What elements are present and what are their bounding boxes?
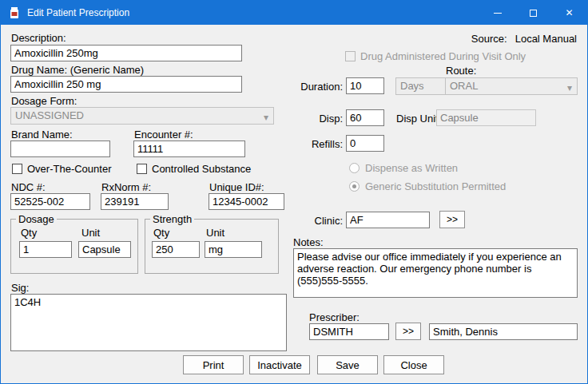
source-value: Local Manual [515, 33, 577, 45]
controlled-substance-checkbox[interactable]: Controlled Substance [137, 163, 251, 175]
brand-name-label: Brand Name: [11, 129, 73, 141]
prescriber-input[interactable] [309, 323, 389, 340]
controlled-substance-label: Controlled Substance [152, 163, 251, 175]
unique-id-input[interactable] [209, 193, 284, 210]
inactivate-button[interactable]: Inactivate [249, 355, 310, 374]
duration-label: Duration: [293, 81, 343, 93]
checkbox-icon [345, 51, 356, 61]
otc-checkbox[interactable]: Over-The-Counter [12, 163, 111, 175]
route-value: ORAL [450, 80, 478, 92]
rxnorm-input[interactable] [101, 193, 169, 210]
checkbox-icon [12, 164, 22, 174]
refills-input[interactable] [346, 135, 384, 152]
prescriber-label: Prescriber: [309, 311, 360, 323]
disp-input[interactable] [346, 109, 384, 126]
minimize-button[interactable] [479, 1, 515, 25]
radio-icon [349, 163, 360, 173]
dosage-form-label: Dosage Form: [11, 95, 77, 107]
unique-id-label: Unique ID#: [209, 181, 264, 193]
dosage-groupbox: Dosage Qty Unit [10, 213, 138, 274]
chevron-down-icon: ▾ [567, 80, 572, 96]
checkbox-icon [137, 164, 147, 174]
titlebar[interactable]: Edit Patient Prescription ✕ [1, 1, 587, 25]
maximize-icon [530, 10, 537, 17]
dosage-form-select: UNASSIGNED ▾ [10, 107, 274, 125]
save-button[interactable]: Save [317, 355, 378, 374]
dispense-as-written-radio: Dispense as Written [349, 162, 458, 174]
disp-label: Disp: [293, 113, 343, 125]
clinic-input[interactable] [346, 212, 430, 228]
dosage-qty-label: Qty [21, 227, 37, 239]
dosage-form-value: UNASSIGNED [15, 109, 84, 121]
disp-unit-label: Disp Unit [396, 113, 439, 125]
otc-label: Over-The-Counter [27, 163, 111, 175]
drug-name-input[interactable] [10, 76, 242, 93]
strength-unit-label: Unit [206, 227, 224, 239]
dosage-unit-label: Unit [81, 227, 100, 239]
radio-selected-icon [349, 181, 360, 192]
drug-administered-label: Drug Administered During Visit Only [360, 50, 526, 62]
strength-groupbox: Strength Qty Unit [145, 213, 279, 274]
dispense-as-written-label: Dispense as Written [365, 162, 458, 174]
notes-textarea[interactable]: Please advise our office immediately if … [293, 248, 578, 298]
clinic-label: Clinic: [293, 215, 343, 227]
route-label: Route: [446, 65, 476, 77]
prescriber-browse-button[interactable]: >> [395, 323, 421, 340]
generic-substitution-radio: Generic Substitution Permitted [349, 180, 506, 192]
close-icon: ✕ [565, 8, 573, 18]
ndc-input[interactable] [10, 193, 90, 210]
clinic-browse-button[interactable]: >> [439, 211, 465, 228]
disp-unit-input [436, 109, 536, 126]
brand-name-input[interactable] [10, 141, 110, 157]
dosage-group-title: Dosage [16, 213, 57, 225]
drug-name-label: Drug Name: (Generic Name) [11, 64, 144, 76]
route-select: ORAL ▾ [445, 77, 578, 95]
ndc-label: NDC #: [11, 181, 46, 193]
prescriber-name-input[interactable] [429, 323, 578, 340]
edit-prescription-window: Edit Patient Prescription ✕ Description:… [0, 0, 588, 384]
chevron-down-icon: ▾ [264, 109, 268, 125]
sig-label: Sig: [11, 282, 29, 294]
close-button[interactable]: ✕ [551, 1, 587, 25]
description-input[interactable] [10, 45, 242, 61]
encounter-label: Encounter #: [134, 129, 193, 141]
source-label: Source: [471, 33, 507, 45]
generic-substitution-label: Generic Substitution Permitted [365, 180, 506, 192]
close-dialog-button[interactable]: Close [383, 355, 444, 374]
strength-unit-input[interactable] [205, 241, 262, 258]
source-row: Source: Local Manual [471, 33, 577, 45]
strength-qty-label: Qty [153, 227, 169, 239]
window-controls: ✕ [479, 1, 587, 25]
drug-administered-checkbox: Drug Administered During Visit Only [345, 50, 526, 62]
dosage-unit-input[interactable] [78, 241, 131, 258]
print-button[interactable]: Print [183, 355, 244, 374]
duration-unit-value: Days [400, 80, 424, 92]
strength-qty-input[interactable] [152, 241, 200, 258]
notes-label: Notes: [293, 236, 324, 248]
duration-input[interactable] [346, 77, 384, 94]
dosage-qty-input[interactable] [19, 241, 72, 258]
rxnorm-label: RxNorm #: [101, 181, 151, 193]
strength-group-title: Strength [150, 213, 194, 225]
minimize-icon [494, 13, 502, 14]
description-label: Description: [11, 32, 66, 44]
dialog-body: Description: Drug Name: (Generic Name) D… [1, 25, 587, 383]
maximize-button[interactable] [515, 1, 551, 25]
pill-bottle-icon [8, 6, 21, 19]
refills-label: Refills: [293, 138, 343, 150]
window-title: Edit Patient Prescription [27, 7, 129, 18]
encounter-input[interactable] [133, 141, 245, 157]
sig-textarea[interactable]: 1C4H [10, 294, 287, 351]
